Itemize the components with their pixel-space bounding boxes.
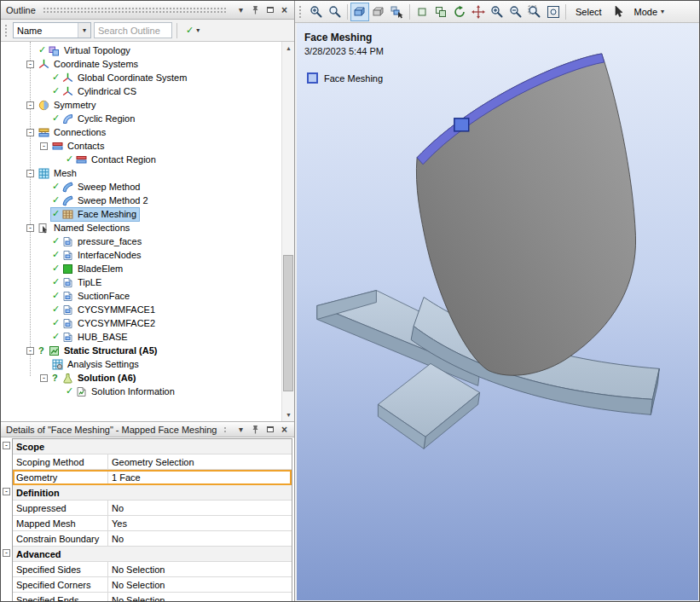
details-collapse-icon[interactable]: - bbox=[3, 488, 10, 495]
tree-item[interactable]: ✓BladeElem bbox=[1, 262, 281, 275]
drag-grip[interactable] bbox=[43, 7, 226, 14]
window-icon[interactable] bbox=[263, 3, 276, 16]
details-property-value[interactable]: No Selection bbox=[108, 562, 292, 576]
cubes-cursor-button[interactable] bbox=[388, 3, 407, 21]
drag-grip[interactable] bbox=[223, 426, 226, 433]
zoom-plus-button[interactable] bbox=[488, 3, 506, 21]
details-property-value[interactable]: No bbox=[108, 501, 292, 515]
pin-icon[interactable] bbox=[249, 3, 262, 16]
tree-item[interactable]: ✓Contact Region bbox=[1, 153, 281, 166]
zoom-box-button[interactable] bbox=[525, 3, 544, 21]
tree-item[interactable]: ✓SuctionFace bbox=[1, 289, 281, 303]
solution-icon bbox=[62, 373, 75, 384]
face-meshing-marker bbox=[454, 119, 469, 131]
details-property-value[interactable]: No bbox=[108, 531, 292, 546]
contacts-icon bbox=[52, 141, 65, 152]
tree-item[interactable]: -Contacts bbox=[1, 139, 281, 153]
tree-item[interactable]: ✓Sweep Method bbox=[1, 180, 281, 194]
tree-item[interactable]: -Symmetry bbox=[1, 98, 281, 112]
details-panel-title: Details of "Face Meshing" - Mapped Face … bbox=[6, 425, 217, 435]
cursor-button[interactable] bbox=[609, 3, 628, 21]
filter-type-dropdown[interactable]: Name ▾ bbox=[13, 22, 91, 38]
ns-item-icon bbox=[62, 332, 75, 343]
tree-item[interactable]: -Named Selections bbox=[1, 221, 281, 234]
tree-item[interactable]: -Connections bbox=[1, 125, 281, 139]
tree-item[interactable]: Analysis Settings bbox=[1, 357, 281, 371]
search-input[interactable] bbox=[94, 22, 172, 38]
details-property-value[interactable]: No Selection bbox=[108, 577, 292, 592]
tree-item[interactable]: ✓TipLE bbox=[1, 275, 281, 289]
details-category-row[interactable]: Definition bbox=[13, 485, 292, 501]
filter-options-button[interactable]: ✓ ▾ bbox=[182, 22, 204, 38]
details-panel-header[interactable]: Details of "Face Meshing" - Mapped Face … bbox=[1, 421, 294, 437]
tree-item-label: Sweep Method 2 bbox=[78, 195, 148, 205]
details-category-row[interactable]: Scope bbox=[13, 439, 292, 454]
tree-item[interactable]: ✓Solution Information bbox=[1, 385, 281, 398]
tree-expander-icon[interactable]: - bbox=[40, 142, 48, 150]
model-canvas[interactable] bbox=[297, 23, 698, 600]
scroll-down-icon[interactable]: ▼ bbox=[282, 408, 294, 421]
pan-button[interactable] bbox=[469, 3, 488, 21]
square-single-button[interactable] bbox=[413, 3, 431, 21]
details-property-value[interactable]: Yes bbox=[108, 516, 292, 530]
outline-panel: Outline ▾ × Name ▾ ✓ ▾ ✓Virtual Topology… bbox=[1, 1, 295, 601]
tree-item-label: Solution (A6) bbox=[78, 373, 136, 383]
tree-scrollbar[interactable]: ▲ ▼ bbox=[281, 42, 294, 421]
zoom-minus-button[interactable] bbox=[506, 3, 525, 21]
zoom-plus-button[interactable] bbox=[307, 3, 326, 21]
rotate-button[interactable] bbox=[450, 3, 469, 21]
zoom-button[interactable] bbox=[326, 3, 344, 21]
window-icon[interactable] bbox=[263, 423, 276, 436]
tree-item[interactable]: -Coordinate Systems bbox=[1, 57, 281, 71]
cube-blue-button[interactable] bbox=[350, 3, 369, 21]
select-button[interactable]: Select bbox=[569, 3, 609, 21]
tree-item[interactable]: ✓Sweep Method 2 bbox=[1, 194, 281, 207]
details-category-row[interactable]: Advanced bbox=[13, 547, 292, 562]
drag-grip[interactable] bbox=[298, 5, 303, 19]
chevron-down-icon[interactable]: ▾ bbox=[78, 23, 90, 38]
legend-label: Face Meshing bbox=[324, 73, 383, 84]
tree-expander-icon[interactable]: - bbox=[26, 129, 34, 136]
tree-item[interactable]: ✓CYCSYMMFACE2 bbox=[1, 316, 281, 330]
details-property-value[interactable]: Geometry Selection bbox=[108, 454, 292, 469]
chevron-down-icon[interactable]: ▾ bbox=[234, 3, 247, 16]
mode-button[interactable]: Mode▾ bbox=[628, 3, 670, 21]
tree-item[interactable]: ✓HUB_BASE bbox=[1, 330, 281, 344]
tree-item[interactable]: -?Solution (A6) bbox=[1, 371, 281, 385]
tree-item[interactable]: ✓CYCSYMMFACE1 bbox=[1, 303, 281, 316]
scroll-up-icon[interactable]: ▲ bbox=[282, 42, 294, 55]
chevron-down-icon[interactable]: ▾ bbox=[234, 423, 247, 436]
tree-item[interactable]: ✓InterfaceNodes bbox=[1, 248, 281, 262]
tree-item[interactable]: ✓Virtual Topology bbox=[1, 43, 281, 57]
check-state-icon: ✓ bbox=[52, 291, 62, 301]
tree-item[interactable]: ✓Cylindrical CS bbox=[1, 84, 281, 98]
details-collapse-icon[interactable]: - bbox=[3, 442, 10, 449]
tree-item[interactable]: -?Static Structural (A5) bbox=[1, 344, 281, 357]
details-property-value[interactable]: No Selection bbox=[108, 593, 292, 602]
tree-expander-icon[interactable]: - bbox=[26, 101, 34, 109]
tree-item[interactable]: ✓Global Coordinate System bbox=[1, 71, 281, 84]
tree-item[interactable]: ✓Cyclic Region bbox=[1, 112, 281, 125]
check-state-icon: ✓ bbox=[52, 236, 62, 246]
tree-item[interactable]: ✓Face Meshing bbox=[1, 207, 281, 221]
scrollbar-thumb[interactable] bbox=[283, 255, 293, 391]
cube-gray-button[interactable] bbox=[369, 3, 388, 21]
tree-item[interactable]: ✓pressure_faces bbox=[1, 234, 281, 248]
tree-expander-icon[interactable]: - bbox=[26, 347, 34, 355]
tree-expander-icon[interactable]: - bbox=[26, 224, 34, 232]
tree-expander-icon[interactable]: - bbox=[26, 61, 34, 68]
close-icon[interactable]: × bbox=[278, 423, 291, 436]
details-property-value[interactable]: 1 Face bbox=[108, 470, 292, 484]
zoom-fit-button[interactable] bbox=[544, 3, 563, 21]
3d-viewport[interactable]: Face Meshing 3/28/2023 5:44 PM Face Mesh… bbox=[297, 23, 698, 600]
pin-icon[interactable] bbox=[249, 423, 262, 436]
check-state-icon: ✓ bbox=[52, 250, 62, 260]
tree-item[interactable]: -Mesh bbox=[1, 166, 281, 180]
drag-grip[interactable] bbox=[4, 24, 9, 38]
close-icon[interactable]: × bbox=[278, 3, 291, 16]
details-collapse-icon[interactable]: - bbox=[3, 549, 10, 557]
square-multi-button[interactable] bbox=[431, 3, 450, 21]
tree-expander-icon[interactable]: - bbox=[40, 374, 48, 382]
outline-panel-header[interactable]: Outline ▾ × bbox=[1, 1, 294, 20]
tree-expander-icon[interactable]: - bbox=[26, 170, 34, 177]
